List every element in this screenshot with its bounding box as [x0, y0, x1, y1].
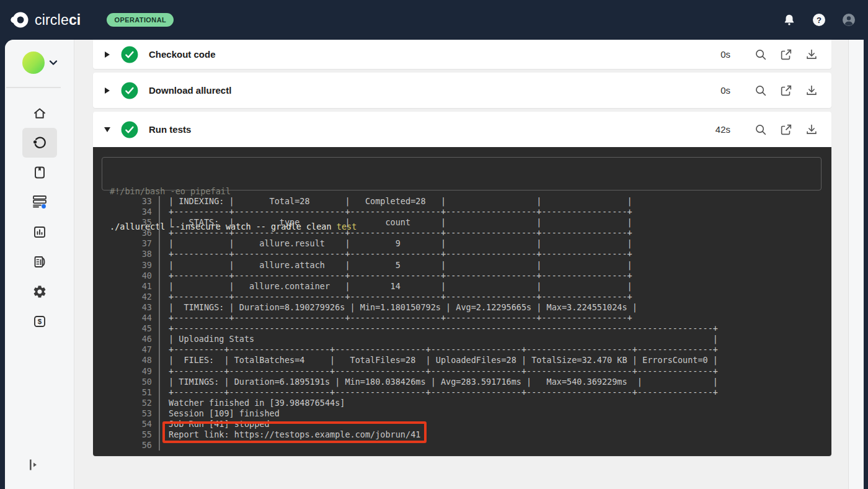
- report-link-highlight-annotation: [162, 421, 427, 443]
- app-header: circleci OPERATIONAL ?: [0, 0, 868, 40]
- log-text: Session [109] finished: [160, 408, 280, 419]
- sidebar-divider: [6, 87, 61, 88]
- log-line: 45+-------------------------------------…: [93, 323, 831, 334]
- step-label: Run tests: [149, 124, 191, 135]
- user-avatar-icon[interactable]: [841, 12, 857, 28]
- open-in-new-icon[interactable]: [779, 122, 794, 137]
- sidebar-item-home[interactable]: [22, 99, 57, 128]
- collapse-step-toggle[interactable]: [102, 127, 112, 132]
- line-number: 47: [93, 344, 152, 355]
- line-number: 40: [93, 271, 152, 281]
- log-line: 37| | allure.result | 9 | | |: [93, 238, 831, 249]
- log-text: | INDEXING: | Total=28 | Completed=28 | …: [160, 196, 632, 207]
- main-panel: $ Checkout code 0s: [5, 40, 864, 489]
- download-icon[interactable]: [804, 122, 819, 137]
- collapse-sidebar-icon[interactable]: [27, 458, 52, 472]
- line-number: 36: [93, 228, 152, 238]
- sidebar: $: [5, 40, 74, 489]
- step-card-download-allurectl: Download allurectl 0s: [93, 73, 831, 108]
- expand-step-toggle[interactable]: [102, 87, 112, 94]
- sidebar-item-plan[interactable]: $: [22, 307, 57, 336]
- log-line: 33| INDEXING: | Total=28 | Completed=28 …: [93, 196, 831, 207]
- success-check-icon: [121, 82, 138, 99]
- chevron-down-icon: [49, 60, 58, 66]
- download-icon[interactable]: [804, 47, 819, 62]
- svg-text:$: $: [38, 318, 42, 325]
- step-output-terminal[interactable]: #!/bin/bash -eo pipefail ./allurectl --i…: [93, 147, 831, 456]
- page-scrollbar-track[interactable]: [848, 40, 864, 489]
- log-line: 40+-----------+----------------------+--…: [93, 271, 831, 281]
- sidebar-item-projects[interactable]: [22, 158, 57, 187]
- status-badge[interactable]: OPERATIONAL: [107, 13, 174, 27]
- line-number: 42: [93, 292, 152, 302]
- step-duration: 42s: [715, 124, 730, 135]
- circleci-logo[interactable]: circleci: [10, 10, 81, 30]
- log-text: +-----------+----------------------+----…: [160, 207, 632, 217]
- line-number: 37: [93, 238, 152, 249]
- sidebar-item-self-hosted-runners[interactable]: [22, 187, 57, 217]
- download-icon[interactable]: [804, 83, 819, 98]
- server-stack-icon: [32, 194, 48, 210]
- line-number: 49: [93, 366, 152, 377]
- step-label: Checkout code: [149, 49, 216, 60]
- help-icon[interactable]: ?: [811, 12, 827, 28]
- log-text: +-----------+----------------------+----…: [160, 249, 632, 259]
- line-number: 46: [93, 334, 152, 344]
- line-number: 35: [93, 217, 152, 228]
- log-text: +---------------------------------------…: [160, 323, 718, 334]
- notifications-bell-icon[interactable]: [781, 12, 797, 28]
- line-number: 53: [93, 408, 152, 419]
- search-icon[interactable]: [753, 122, 768, 137]
- step-card-checkout-code: Checkout code 0s: [93, 40, 831, 69]
- log-text: +----------+--------------------+-------…: [160, 366, 718, 377]
- line-number: 44: [93, 313, 152, 323]
- log-text: | STATS: | type | count | | |: [160, 217, 632, 228]
- log-line: 49+----------+--------------------+-----…: [93, 366, 831, 377]
- log-line: 52Watcher finished in [39.984876544s]: [93, 398, 831, 408]
- log-line: 48| FILES: | TotalBatches=4 | TotalFiles…: [93, 355, 831, 366]
- gear-icon: [32, 284, 47, 299]
- log-line: 44+-----------+----------------------+--…: [93, 313, 831, 323]
- log-line: 51+----------+--------------------+-----…: [93, 387, 831, 398]
- sidebar-item-organization[interactable]: [22, 247, 57, 277]
- dollar-square-icon: $: [32, 314, 47, 329]
- search-icon[interactable]: [753, 83, 768, 98]
- line-number: 56: [93, 440, 152, 451]
- bar-chart-icon: [32, 225, 47, 240]
- log-text: | TIMINGS: | Duration=8.190279926s | Min…: [160, 302, 637, 313]
- open-in-new-icon[interactable]: [779, 83, 794, 98]
- log-line: 50| TIMINGS: | Duration=6.1895191s | Min…: [93, 377, 831, 387]
- line-number: 54: [93, 419, 152, 429]
- log-line: 43| TIMINGS: | Duration=8.190279926s | M…: [93, 302, 831, 313]
- line-number: 34: [93, 207, 152, 217]
- logo-text: circleci: [35, 12, 81, 29]
- line-number: 51: [93, 387, 152, 398]
- line-number: 52: [93, 398, 152, 408]
- search-icon[interactable]: [753, 47, 768, 62]
- sidebar-item-settings[interactable]: [22, 277, 57, 307]
- pipelines-icon: [32, 135, 48, 151]
- line-number: 45: [93, 323, 152, 334]
- line-number: 39: [93, 260, 152, 271]
- log-text: +-----------+----------------------+----…: [160, 228, 632, 238]
- home-icon: [32, 106, 47, 121]
- log-text: | | allure.result | 9 | | |: [160, 238, 632, 249]
- line-number: 50: [93, 377, 152, 387]
- log-text: | Uploading Stats |: [160, 334, 718, 344]
- log-text: | | allure.attach | 5 | | |: [160, 260, 632, 271]
- line-number: 33: [93, 196, 152, 207]
- runner-status-blue-dot: [42, 204, 46, 209]
- line-number: 43: [93, 302, 152, 313]
- success-check-icon: [121, 46, 138, 63]
- org-avatar: [22, 52, 45, 74]
- expand-step-toggle[interactable]: [102, 52, 112, 58]
- projects-bookmark-icon: [32, 165, 47, 180]
- success-check-icon: [121, 121, 138, 138]
- log-line: 41| | allure.container | 14 | | |: [93, 281, 831, 292]
- sidebar-item-insights[interactable]: [22, 217, 57, 247]
- log-line: 36+-----------+----------------------+--…: [93, 228, 831, 238]
- log-line: 39| | allure.attach | 5 | | |: [93, 260, 831, 271]
- open-in-new-icon[interactable]: [779, 47, 794, 62]
- sidebar-item-pipelines[interactable]: [22, 128, 57, 158]
- org-switcher[interactable]: [5, 52, 74, 74]
